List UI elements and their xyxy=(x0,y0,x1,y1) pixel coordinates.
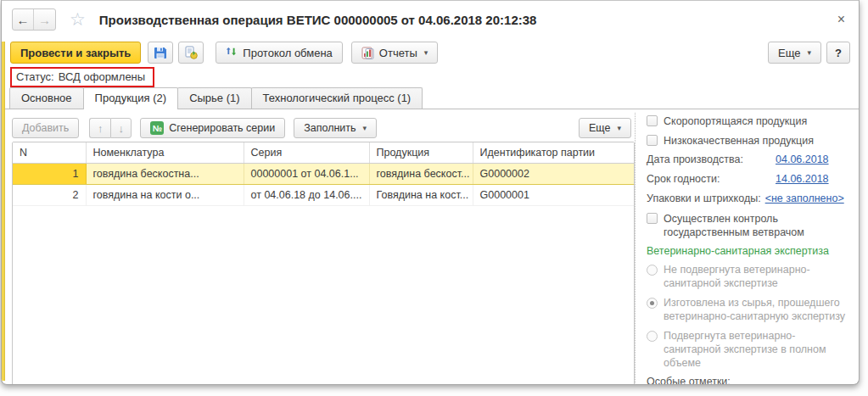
expertise-option-3-label: Подвергнута ветеринарно-санитарной экспе… xyxy=(664,329,847,370)
exchange-arrows-icon xyxy=(226,47,238,59)
move-up-button[interactable]: ↑ xyxy=(89,118,110,138)
chevron-down-icon: ▾ xyxy=(424,48,428,57)
expiry-date-label: Срок годности: xyxy=(647,173,776,185)
cell-batch-id[interactable]: G0000001 xyxy=(473,185,634,206)
form-accent-strip xyxy=(2,42,5,381)
more-button[interactable]: Еще ▾ xyxy=(768,42,821,64)
table-row[interactable]: 1 говядина бескостна... 00000001 от 04.0… xyxy=(13,164,634,185)
column-header-n[interactable]: N xyxy=(13,142,86,164)
tab-content: Добавить ↑ ↓ № Сгенерировать серии Запол… xyxy=(2,109,859,385)
screen: ← → ☆ Производственная операция ВЕТИС 00… xyxy=(0,0,868,396)
low-quality-checkbox[interactable] xyxy=(647,135,658,146)
cell-n[interactable]: 1 xyxy=(13,164,86,185)
generate-series-label: Сгенерировать серии xyxy=(169,122,275,134)
add-row-button[interactable]: Добавить xyxy=(12,118,79,138)
cell-production[interactable]: Говядина на кост... xyxy=(369,185,473,206)
state-vet-control-row: Осуществлен контроль государственным вет… xyxy=(646,212,847,239)
details-panel: Скоропортящаяся продукция Низкокачествен… xyxy=(641,109,859,385)
products-table: N Номенклатура Серия Продукция Идентифик… xyxy=(12,142,635,385)
table-row[interactable]: 2 говядина на кости о... от 04.06.18 до … xyxy=(13,185,634,206)
vetis-production-operation-window: ← → ☆ Производственная операция ВЕТИС 00… xyxy=(1,0,860,385)
production-date-label: Дата производства: xyxy=(647,153,776,165)
panel-splitter[interactable] xyxy=(635,113,641,385)
perishable-label: Скоропортящаяся продукция xyxy=(664,114,807,128)
table-toolbar: Добавить ↑ ↓ № Сгенерировать серии Запол… xyxy=(12,114,635,142)
packaging-label: Упаковки и штрихкоды: xyxy=(647,192,761,204)
fill-button[interactable]: Заполнить ▾ xyxy=(294,118,377,138)
cell-series[interactable]: от 04.06.18 до 14.06.... xyxy=(244,185,369,206)
tab-main[interactable]: Основное xyxy=(9,87,84,109)
fill-label: Заполнить xyxy=(304,122,356,134)
expertise-option-1-label: Не подвергнута ветеринарно-санитарной эк… xyxy=(664,263,847,290)
cell-nomenclature[interactable]: говядина бескостна... xyxy=(86,164,244,185)
packaging-link[interactable]: <не заполнено> xyxy=(765,192,844,204)
expertise-option-1-radio[interactable] xyxy=(647,265,658,276)
table-more-label: Еще xyxy=(589,122,610,134)
low-quality-row: Низкокачественная продукция xyxy=(646,134,847,148)
packaging-row: Упаковки и штрихкоды: <не заполнено> xyxy=(647,192,847,204)
chevron-down-icon: ▾ xyxy=(807,48,811,57)
special-notes-label: Особые отметки: xyxy=(647,376,847,385)
chevron-down-icon: ▾ xyxy=(617,124,621,132)
move-down-button[interactable]: ↓ xyxy=(110,118,132,138)
post-and-close-button[interactable]: Провести и закрыть xyxy=(10,42,141,64)
row-move-buttons: ↑ ↓ xyxy=(89,118,132,138)
save-icon xyxy=(154,46,167,59)
forward-button[interactable]: → xyxy=(34,9,55,30)
reports-icon xyxy=(361,47,374,59)
post-document-icon xyxy=(184,46,198,59)
expiry-date-link[interactable]: 14.06.2018 xyxy=(776,173,829,185)
tab-production[interactable]: Продукция (2) xyxy=(83,87,179,109)
exchange-protocol-label: Протокол обмена xyxy=(243,47,333,59)
column-header-production[interactable]: Продукция xyxy=(369,142,473,164)
expertise-option-3-row: Подвергнута ветеринарно-санитарной экспе… xyxy=(646,329,847,370)
favorite-star-icon[interactable]: ☆ xyxy=(70,9,86,30)
state-vet-control-checkbox[interactable] xyxy=(647,213,658,224)
expertise-option-3-radio[interactable] xyxy=(647,331,658,342)
cell-n[interactable]: 2 xyxy=(13,185,86,206)
low-quality-label: Низкокачественная продукция xyxy=(664,134,814,148)
cell-batch-id[interactable]: G0000002 xyxy=(473,164,634,185)
cell-series[interactable]: 00000001 от 04.06.1... xyxy=(244,164,369,185)
column-header-series[interactable]: Серия xyxy=(244,142,369,164)
post-document-button[interactable] xyxy=(178,42,204,64)
table-more-button[interactable]: Еще ▾ xyxy=(579,118,631,138)
state-vet-control-label: Осуществлен контроль государственным вет… xyxy=(664,212,847,239)
tab-tech-process[interactable]: Технологический процесс (1) xyxy=(251,87,423,109)
exchange-protocol-button[interactable]: Протокол обмена xyxy=(216,42,343,64)
status-annotation-box: Статус: ВСД оформлены xyxy=(10,67,154,87)
history-nav: ← → xyxy=(12,8,56,31)
production-date-row: Дата производства: 04.06.2018 xyxy=(647,153,847,165)
close-icon[interactable]: × xyxy=(832,10,850,29)
help-button[interactable]: ? xyxy=(826,42,850,64)
status-line: Статус: ВСД оформлены xyxy=(2,67,859,87)
back-icon: ← xyxy=(17,13,30,27)
back-button[interactable]: ← xyxy=(13,9,34,30)
production-date-link[interactable]: 04.06.2018 xyxy=(776,153,829,165)
expertise-group-header: Ветеринарно-санитарная экспертиза xyxy=(647,245,847,257)
chevron-down-icon: ▾ xyxy=(363,124,367,132)
column-header-batch-id[interactable]: Идентификатор партии xyxy=(473,142,634,164)
generate-series-button[interactable]: № Сгенерировать серии xyxy=(140,118,285,138)
status-label: Статус: xyxy=(16,70,54,83)
column-header-nomenclature[interactable]: Номенклатура xyxy=(86,142,244,164)
arrow-down-icon: ↓ xyxy=(119,122,125,135)
save-button[interactable] xyxy=(148,42,173,64)
forward-icon: → xyxy=(38,13,51,27)
reports-label: Отчеты xyxy=(379,47,417,59)
reports-button[interactable]: Отчеты ▾ xyxy=(351,42,438,64)
tab-raw-materials[interactable]: Сырье (1) xyxy=(177,87,251,109)
table-header-row: N Номенклатура Серия Продукция Идентифик… xyxy=(13,142,634,164)
series-number-icon: № xyxy=(150,121,164,135)
main-toolbar: Провести и закрыть Протокол обмена xyxy=(2,38,859,67)
arrow-up-icon: ↑ xyxy=(98,122,104,135)
products-pane: Добавить ↑ ↓ № Сгенерировать серии Запол… xyxy=(2,109,635,385)
cell-nomenclature[interactable]: говядина на кости о... xyxy=(86,185,244,206)
cell-production[interactable]: говядина бескост... xyxy=(369,164,473,185)
tab-bar: Основное Продукция (2) Сырье (1) Техноло… xyxy=(2,87,859,109)
expertise-option-2-radio[interactable] xyxy=(647,298,658,309)
page-title: Производственная операция ВЕТИС 00000000… xyxy=(99,13,537,27)
more-label: Еще xyxy=(778,47,800,59)
perishable-checkbox[interactable] xyxy=(647,115,658,126)
expertise-option-2-row: Изготовлена из сырья, прошедшего ветерин… xyxy=(646,296,847,323)
